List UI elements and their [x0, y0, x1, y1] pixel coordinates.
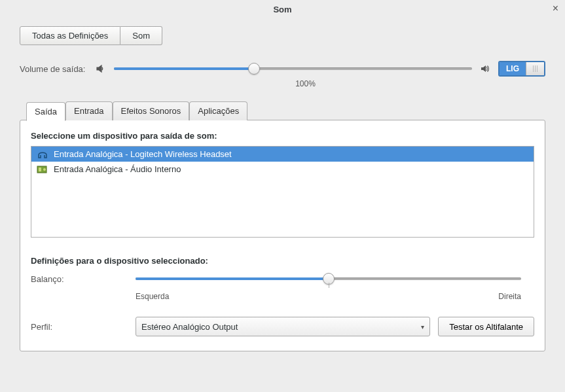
- balance-left-label: Esquerda: [136, 292, 169, 301]
- soundcard-icon: [37, 165, 48, 174]
- window-titlebar: Som ×: [0, 0, 565, 18]
- breadcrumb: Todas as Definições Som: [20, 26, 545, 45]
- output-volume-label: Volume de saída:: [20, 64, 85, 74]
- tab-apps[interactable]: Aplicações: [189, 101, 247, 120]
- balance-scale-labels: Esquerda Direita: [136, 292, 521, 301]
- output-volume-row: Volume de saída: LIG: [20, 61, 545, 77]
- output-panel: Seleccione um dispositivo para saída de …: [20, 120, 545, 351]
- svg-point-2: [43, 168, 46, 171]
- output-volume-slider[interactable]: [114, 62, 472, 75]
- chevron-down-icon: ▾: [421, 323, 424, 330]
- volume-percent-label: 100%: [137, 79, 473, 88]
- close-icon[interactable]: ×: [553, 3, 558, 14]
- profile-row: Perfil: Estéreo Analógico Output ▾ Testa…: [31, 317, 534, 336]
- list-item[interactable]: Entrada Analógica - Logitech Wireless He…: [31, 147, 534, 162]
- tab-input[interactable]: Entrada: [65, 101, 113, 120]
- tab-effects[interactable]: Efeitos Sonoros: [113, 101, 190, 120]
- balance-row: Balanço:: [31, 272, 534, 285]
- speaker-high-icon: [480, 63, 490, 74]
- window-title: Som: [273, 5, 291, 14]
- device-label: Entrada Analógica - Áudio Interno: [54, 164, 181, 174]
- output-mute-toggle[interactable]: LIG: [498, 61, 545, 77]
- select-device-title: Seleccione um dispositivo para saída de …: [31, 131, 534, 141]
- profile-label: Perfil:: [31, 322, 128, 332]
- device-settings-title: Definições para o dispositivo selecciona…: [31, 256, 534, 266]
- tab-bar: Saída Entrada Efeitos Sonoros Aplicações: [20, 101, 545, 120]
- balance-right-label: Direita: [498, 292, 521, 301]
- test-speakers-button[interactable]: Testar os Altifalante: [438, 317, 534, 336]
- list-item[interactable]: Entrada Analógica - Áudio Interno: [31, 162, 534, 177]
- toggle-knob: [526, 62, 544, 75]
- toggle-on-label: LIG: [500, 62, 526, 75]
- speaker-low-icon: [96, 63, 106, 74]
- breadcrumb-all-settings[interactable]: Todas as Definições: [20, 26, 120, 45]
- breadcrumb-current[interactable]: Som: [120, 26, 162, 45]
- profile-selected-value: Estéreo Analógico Output: [141, 322, 238, 332]
- device-list: Entrada Analógica - Logitech Wireless He…: [31, 146, 534, 238]
- svg-rect-1: [39, 168, 41, 171]
- balance-label: Balanço:: [31, 274, 122, 284]
- tab-output[interactable]: Saída: [26, 102, 65, 121]
- headset-icon: [37, 150, 48, 159]
- device-label: Entrada Analógica - Logitech Wireless He…: [54, 149, 232, 159]
- profile-select[interactable]: Estéreo Analógico Output ▾: [136, 317, 430, 336]
